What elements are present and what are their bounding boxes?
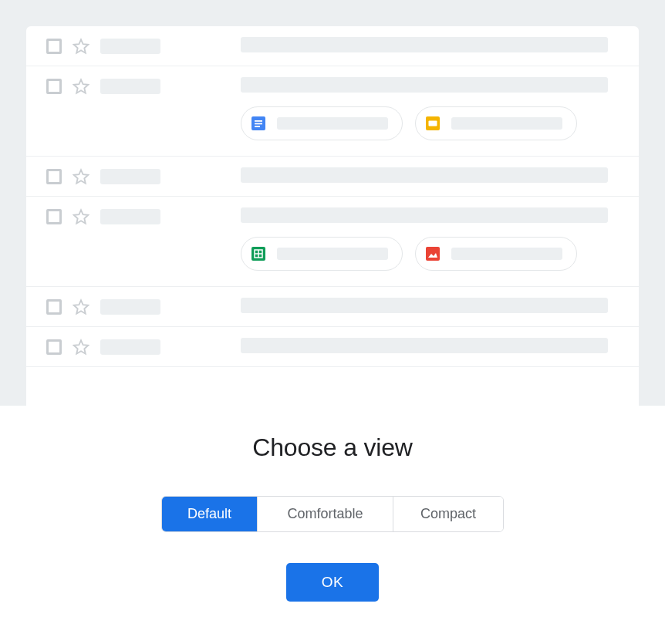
slides-icon bbox=[424, 114, 442, 133]
svg-rect-7 bbox=[429, 121, 437, 126]
ok-button[interactable]: OK bbox=[286, 563, 379, 602]
svg-marker-1 bbox=[74, 79, 88, 93]
subject-placeholder bbox=[241, 207, 608, 223]
sheets-icon bbox=[249, 244, 268, 263]
svg-marker-16 bbox=[74, 300, 88, 313]
choose-view-dialog: Choose a view Default Comfortable Compac… bbox=[0, 406, 665, 632]
image-icon bbox=[424, 244, 442, 263]
density-option-default[interactable]: Default bbox=[162, 497, 258, 531]
density-option-compact[interactable]: Compact bbox=[393, 497, 503, 531]
checkbox-icon bbox=[46, 169, 62, 184]
attachment-chip-image bbox=[415, 237, 577, 271]
svg-rect-3 bbox=[255, 120, 262, 122]
mail-row bbox=[26, 157, 639, 197]
svg-rect-4 bbox=[255, 123, 262, 125]
svg-marker-0 bbox=[74, 39, 88, 52]
subject-placeholder bbox=[241, 77, 608, 93]
checkbox-icon bbox=[46, 339, 62, 355]
mail-row bbox=[26, 287, 639, 327]
sender-placeholder bbox=[100, 169, 160, 184]
star-icon bbox=[73, 78, 89, 95]
checkbox-icon bbox=[46, 299, 62, 315]
mail-row bbox=[26, 327, 639, 367]
sender-placeholder bbox=[100, 79, 160, 94]
subject-placeholder bbox=[241, 37, 608, 52]
mail-row bbox=[26, 197, 639, 287]
star-icon bbox=[73, 339, 89, 356]
density-segmented-control: Default Comfortable Compact bbox=[161, 496, 504, 532]
svg-marker-17 bbox=[74, 340, 88, 353]
attachment-chip-docs bbox=[241, 106, 403, 140]
chip-label-placeholder bbox=[451, 248, 562, 260]
density-option-comfortable[interactable]: Comfortable bbox=[258, 497, 393, 531]
sender-placeholder bbox=[100, 299, 160, 315]
sender-placeholder bbox=[100, 39, 160, 54]
checkbox-icon bbox=[46, 39, 62, 54]
mail-row bbox=[26, 26, 639, 66]
svg-marker-9 bbox=[74, 210, 88, 223]
density-preview bbox=[0, 0, 665, 406]
star-icon bbox=[73, 298, 89, 315]
svg-rect-5 bbox=[255, 126, 260, 127]
star-icon bbox=[73, 168, 89, 185]
checkbox-icon bbox=[46, 79, 62, 94]
star-icon bbox=[73, 38, 89, 55]
sender-placeholder bbox=[100, 209, 160, 224]
inbox-preview-card bbox=[26, 26, 639, 406]
svg-marker-8 bbox=[74, 170, 88, 183]
subject-placeholder bbox=[241, 167, 608, 183]
sender-placeholder bbox=[100, 339, 160, 355]
attachment-chip-sheets bbox=[241, 237, 403, 271]
subject-placeholder bbox=[241, 298, 608, 313]
chip-label-placeholder bbox=[277, 117, 388, 130]
docs-icon bbox=[249, 114, 268, 133]
chip-label-placeholder bbox=[451, 117, 562, 130]
subject-placeholder bbox=[241, 338, 608, 353]
chip-label-placeholder bbox=[277, 248, 388, 260]
mail-row bbox=[26, 66, 639, 157]
attachment-chip-slides bbox=[415, 106, 577, 140]
star-icon bbox=[73, 208, 89, 225]
checkbox-icon bbox=[46, 209, 62, 224]
dialog-title: Choose a view bbox=[0, 433, 665, 462]
svg-rect-14 bbox=[426, 247, 440, 261]
